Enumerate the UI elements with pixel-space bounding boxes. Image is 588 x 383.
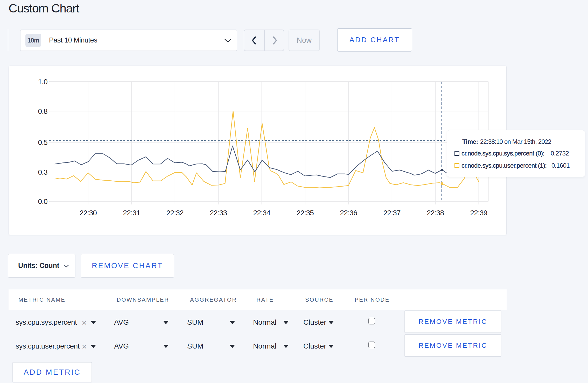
svg-text:0.5: 0.5	[38, 138, 47, 146]
svg-text:0.8: 0.8	[38, 107, 47, 115]
svg-text:1.0: 1.0	[38, 78, 47, 86]
svg-text:0.3: 0.3	[38, 168, 47, 176]
svg-text:22:30: 22:30	[80, 209, 97, 217]
svg-text:22:32: 22:32	[166, 209, 184, 217]
svg-text:22:37: 22:37	[383, 209, 401, 217]
svg-text:22:34: 22:34	[253, 209, 270, 217]
svg-text:22:35: 22:35	[297, 209, 314, 217]
svg-text:22:39: 22:39	[470, 209, 487, 217]
svg-text:22:33: 22:33	[210, 209, 227, 217]
svg-text:22:38: 22:38	[427, 209, 444, 217]
svg-text:22:31: 22:31	[123, 209, 140, 217]
svg-text:0.0: 0.0	[38, 197, 47, 205]
svg-text:22:36: 22:36	[340, 209, 357, 217]
